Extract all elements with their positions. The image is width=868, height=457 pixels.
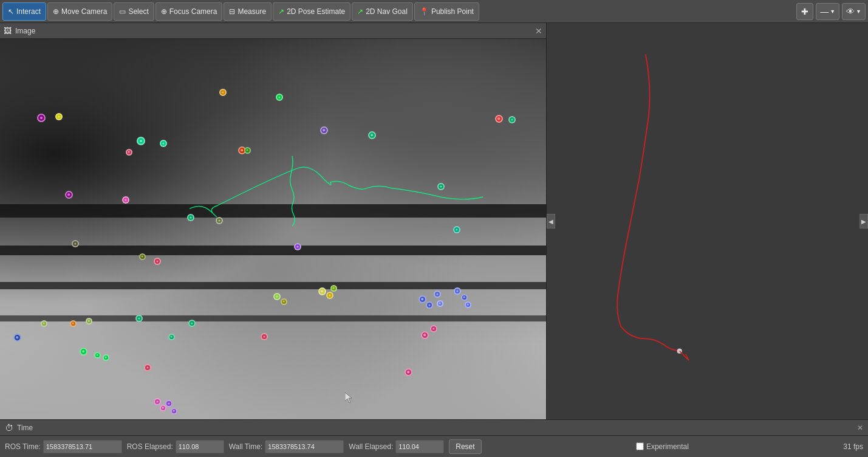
dot-48 <box>154 398 161 405</box>
dot-13 <box>187 214 194 221</box>
dot-40 <box>465 301 471 308</box>
band-3 <box>0 282 546 289</box>
dot-24 <box>70 320 77 327</box>
pose-estimate-label: 2D Pose Estimate <box>287 7 345 16</box>
measure-button[interactable]: ⊟ Measure <box>224 2 272 21</box>
image-canvas[interactable] <box>0 39 546 419</box>
wall-time-label: Wall Time: <box>229 442 263 451</box>
dot-9 <box>368 131 376 139</box>
dot-23 <box>41 320 47 327</box>
select-button[interactable]: ▭ Select <box>114 2 154 21</box>
focus-camera-icon: ⊕ <box>161 7 167 16</box>
bottom-bar: ROS Time: ROS Elapsed: Wall Time: Wall E… <box>0 435 868 457</box>
focus-camera-label: Focus Camera <box>169 7 217 16</box>
image-background <box>0 39 546 419</box>
nav-goal-button[interactable]: ↗ 2D Nav Goal <box>352 2 413 21</box>
dot-44 <box>80 348 87 356</box>
move-camera-button[interactable]: ⊕ Move Camera <box>47 2 112 21</box>
svg-point-0 <box>677 349 682 354</box>
image-panel-icon: 🖼 <box>4 26 12 35</box>
nav-goal-label: 2D Nav Goal <box>366 7 408 16</box>
experimental-group: Experimental <box>636 442 689 451</box>
dot-34 <box>419 295 426 303</box>
wall-elapsed-label: Wall Elapsed: <box>349 442 393 451</box>
dot-1 <box>55 113 63 120</box>
map-canvas[interactable]: ◀ ▶ <box>547 23 868 419</box>
scroll-left-button[interactable]: ◀ <box>547 214 555 228</box>
dot-30 <box>281 298 287 305</box>
dot-37 <box>437 300 443 307</box>
dot-2 <box>219 89 227 96</box>
image-panel-close[interactable]: ✕ <box>535 26 542 36</box>
experimental-label[interactable]: Experimental <box>646 442 689 451</box>
toolbar: ↖ Interact ⊕ Move Camera ▭ Select ⊕ Focu… <box>0 0 868 23</box>
dot-32 <box>326 292 333 299</box>
add-button[interactable]: ✚ <box>796 3 813 20</box>
image-panel-title: Image <box>15 27 35 35</box>
reset-button[interactable]: Reset <box>449 439 481 454</box>
wall-time-group: Wall Time: <box>229 440 344 453</box>
fps-label: 31 fps <box>843 442 863 451</box>
dot-53 <box>168 334 175 340</box>
image-panel-header: 🖼 Image ✕ <box>0 23 546 39</box>
dot-41 <box>421 331 429 339</box>
wall-elapsed-input[interactable] <box>395 440 444 453</box>
interact-button[interactable]: ↖ Interact <box>2 2 46 21</box>
pose-estimate-button[interactable]: ↗ 2D Pose Estimate <box>273 2 350 21</box>
eye-icon: 👁 <box>846 7 855 16</box>
dot-12 <box>126 149 132 156</box>
wall-time-input[interactable] <box>265 440 344 453</box>
experimental-checkbox[interactable] <box>636 442 644 450</box>
dot-38 <box>454 287 461 295</box>
dropdown-arrow: ▼ <box>830 9 835 15</box>
ros-time-label: ROS Time: <box>5 442 41 451</box>
dot-31 <box>318 287 326 295</box>
time-icon: ⏱ <box>5 423 13 433</box>
dot-26 <box>135 315 143 322</box>
publish-point-button[interactable]: 📍 Publish Point <box>414 2 479 21</box>
dot-11 <box>122 196 129 204</box>
dot-27 <box>188 320 196 327</box>
focus-camera-button[interactable]: ⊕ Focus Camera <box>155 2 223 21</box>
move-camera-icon: ⊕ <box>53 7 59 16</box>
dot-49 <box>160 405 166 411</box>
dot-19 <box>508 116 516 123</box>
dot-43 <box>405 368 412 376</box>
status-bar-close[interactable]: ✕ <box>857 424 863 432</box>
dot-29 <box>273 293 281 300</box>
band-4 <box>0 315 546 321</box>
right-panel: ◀ ▶ <box>547 23 868 419</box>
ros-elapsed-input[interactable] <box>176 440 224 453</box>
scroll-right-button[interactable]: ▶ <box>859 214 868 228</box>
publish-point-icon: 📍 <box>420 7 429 16</box>
ros-time-group: ROS Time: <box>5 440 122 453</box>
dot-17 <box>453 226 460 233</box>
dot-8 <box>320 126 328 134</box>
eye-dropdown-button[interactable]: 👁 ▼ <box>842 3 866 20</box>
dot-20 <box>72 240 79 247</box>
band-1 <box>0 204 546 218</box>
dot-21 <box>139 253 146 260</box>
dot-45 <box>94 352 101 359</box>
interact-label: Interact <box>16 7 41 16</box>
dot-25 <box>86 318 92 325</box>
dot-16 <box>437 183 445 190</box>
minus-icon: — <box>820 7 829 16</box>
measure-icon: ⊟ <box>229 7 235 16</box>
dot-47 <box>144 364 151 371</box>
dot-33 <box>330 285 337 292</box>
map-path-svg <box>547 23 868 419</box>
interact-icon: ↖ <box>8 7 14 16</box>
ros-elapsed-group: ROS Elapsed: <box>127 440 224 453</box>
ros-time-input[interactable] <box>43 440 122 453</box>
toolbar-right: ✚ — ▼ 👁 ▼ <box>796 3 866 20</box>
ros-elapsed-label: ROS Elapsed: <box>127 442 173 451</box>
dot-0 <box>37 114 46 122</box>
status-bar: ⏱ Time ✕ <box>0 419 868 435</box>
measure-label: Measure <box>238 7 266 16</box>
dot-50 <box>165 400 173 407</box>
minus-dropdown-button[interactable]: — ▼ <box>816 3 839 20</box>
dot-35 <box>426 301 433 309</box>
select-icon: ▭ <box>119 7 126 16</box>
pose-estimate-icon: ↗ <box>278 7 284 16</box>
